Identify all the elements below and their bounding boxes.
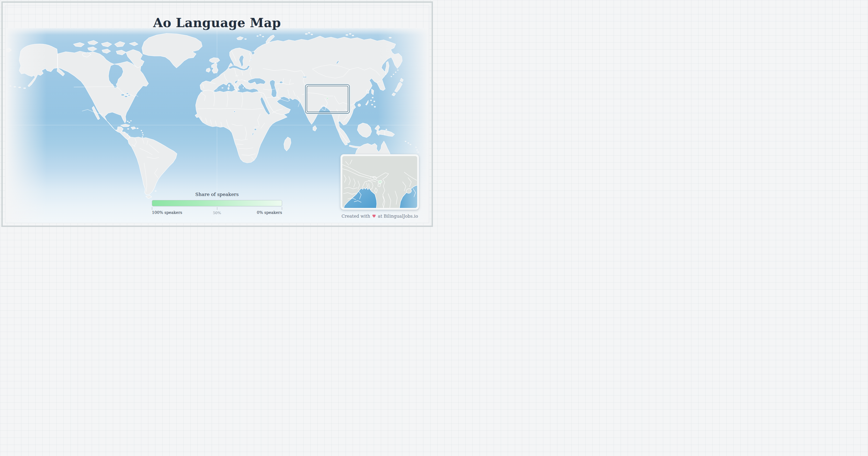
- legend-label-50: 50%: [213, 210, 221, 215]
- legend-gradient-bar: [152, 200, 282, 206]
- heart-icon: ♥: [372, 213, 376, 219]
- legend-title: Share of speakers: [152, 192, 282, 197]
- left-fade: [5, 28, 46, 223]
- footer-credit: Created with ♥ at BilingualJobs.io: [340, 213, 419, 219]
- legend-tick-0: [282, 207, 282, 210]
- legend-tick-100: [152, 207, 152, 210]
- footer-prefix: Created with: [341, 213, 370, 219]
- legend-label-0: 0% speakers: [257, 210, 282, 215]
- footer-suffix: at BilingualJobs.io: [378, 213, 418, 219]
- inset-map-frame: [340, 154, 419, 210]
- inset-map: [342, 156, 417, 208]
- legend-label-100: 100% speakers: [152, 210, 182, 215]
- legend: Share of speakers 100% speakers 50% 0% s…: [152, 192, 282, 216]
- legend-tick-50: [217, 207, 217, 210]
- inset-map-svg: [342, 156, 417, 208]
- legend-ticks: [152, 206, 282, 210]
- page-title: Ao Language Map: [0, 16, 434, 30]
